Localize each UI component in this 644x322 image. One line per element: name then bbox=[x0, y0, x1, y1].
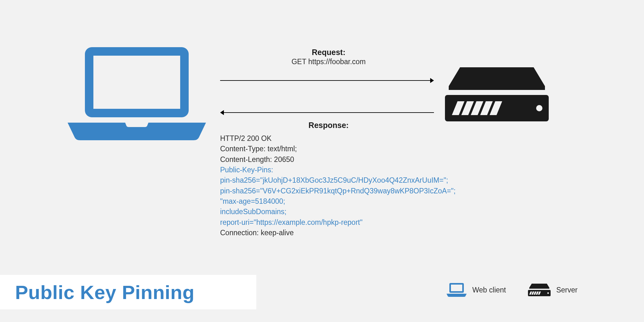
legend: Web client Server bbox=[447, 283, 578, 297]
legend-server-label: Server bbox=[556, 286, 578, 294]
arrow-request bbox=[220, 77, 434, 84]
response-line: Connection: keep-alive bbox=[220, 228, 456, 238]
legend-client: Web client bbox=[447, 283, 506, 297]
request-label: Request: bbox=[219, 48, 439, 57]
legend-client-label: Web client bbox=[472, 286, 506, 294]
legend-server: Server bbox=[528, 284, 578, 296]
response-line: Public-Key-Pins: bbox=[220, 165, 456, 175]
response-line: pin-sha256="jkUohjD+18XbGoc3Jz5C9uC/HDyX… bbox=[220, 175, 456, 186]
svg-rect-7 bbox=[451, 285, 462, 291]
server-icon bbox=[528, 284, 551, 296]
response-line: pin-sha256="V6V+CG2xiEkPR91kqtQp+RndQ39w… bbox=[220, 186, 456, 196]
request-section: Request: GET https://foobar.com bbox=[219, 48, 439, 66]
server-icon bbox=[445, 67, 549, 124]
request-value: GET https://foobar.com bbox=[219, 58, 439, 66]
response-line: report-uri="https://example.com/hpkp-rep… bbox=[220, 217, 456, 228]
response-line: "max-age=5184000; bbox=[220, 196, 456, 207]
svg-point-3 bbox=[536, 105, 542, 111]
title-box: Public Key Pinning bbox=[0, 275, 256, 309]
response-line: HTTP/2 200 OK bbox=[220, 133, 456, 144]
response-line: includeSubDomains; bbox=[220, 207, 456, 217]
response-body: HTTP/2 200 OKContent-Type: text/html;Con… bbox=[220, 133, 456, 238]
page-title: Public Key Pinning bbox=[15, 281, 195, 303]
laptop-icon bbox=[68, 47, 206, 143]
svg-rect-1 bbox=[93, 56, 180, 109]
response-line: Content-Length: 20650 bbox=[220, 154, 456, 165]
laptop-icon bbox=[447, 283, 467, 297]
arrow-response bbox=[220, 109, 434, 116]
response-line: Content-Type: text/html; bbox=[220, 144, 456, 154]
response-label: Response: bbox=[219, 121, 439, 130]
svg-point-9 bbox=[547, 292, 549, 294]
